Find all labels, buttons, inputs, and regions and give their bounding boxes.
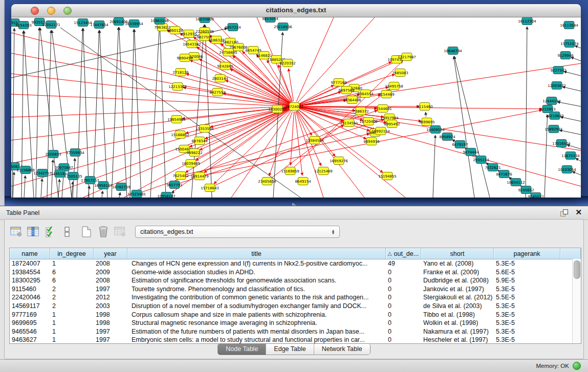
graph-node[interactable]: 16039489 (182, 160, 200, 167)
graph-node[interactable]: 17359934 (66, 149, 84, 157)
dropdown-arrows-icon: ▲▼ (329, 229, 339, 234)
table-cell: Investigating the contribution of common… (127, 293, 386, 302)
graph-node[interactable]: 12125469 (314, 167, 333, 175)
table-row[interactable]: 1872400712008Changes of HCN gene express… (10, 259, 581, 268)
graph-node[interactable]: 15194855 (378, 172, 397, 180)
graph-node[interactable]: 9777169 (331, 79, 346, 86)
graph-node[interactable]: 8471676 (496, 170, 512, 178)
graph-node[interactable]: 19854985 (167, 116, 186, 123)
table-row[interactable]: 977716911998Corpus callosum shape and si… (10, 311, 581, 319)
graph-node[interactable]: 8813054 (262, 17, 278, 23)
graph-node[interactable]: 15169859 (281, 167, 299, 175)
vertical-scrollbar[interactable] (572, 259, 581, 343)
svg-text:12444194: 12444194 (542, 99, 561, 103)
graph-node[interactable]: 17447654 (90, 21, 108, 29)
window-title-bar[interactable]: citations_edges.txt (11, 4, 581, 17)
float-panel-icon[interactable] (560, 209, 568, 216)
tab-node-table[interactable]: Node Table (218, 344, 266, 355)
graph-node[interactable]: 7485083 (392, 69, 408, 77)
table-row[interactable]: 911546021997Tourette syndrome. Phenomeno… (10, 285, 581, 294)
graph-node[interactable]: 9699695 (419, 118, 434, 126)
graph-node[interactable]: 18300295 (268, 105, 287, 113)
table-cell: 9115460 (10, 285, 50, 294)
graph-node[interactable]: 9154469 (378, 91, 394, 98)
graph-node[interactable]: 8958924 (439, 133, 455, 141)
column-header-in_degree[interactable]: in_degree (50, 248, 94, 259)
network-canvas[interactable]: 1872400718300295796382288601288912935222… (11, 17, 581, 198)
table-selector-dropdown[interactable]: citations_edges.txt ▲▼ (135, 226, 340, 238)
graph-node[interactable]: 11675334 (561, 152, 580, 160)
column-header-title[interactable]: title (127, 248, 386, 259)
import-table-icon[interactable] (114, 225, 127, 238)
tab-network-table[interactable]: Network Table (314, 344, 370, 355)
table-cell: 5.6E-5 (494, 268, 560, 277)
graph-node[interactable]: 15123454 (74, 19, 92, 27)
graph-node[interactable]: 9242845 (217, 62, 233, 70)
table-cell: 0 (386, 327, 421, 336)
graph-node[interactable]: 15892971 (545, 125, 563, 133)
graph-node[interactable]: 16648794 (444, 47, 462, 55)
column-header-out_degree[interactable]: △out_de... (386, 248, 421, 259)
tab-edge-table[interactable]: Edge Table (266, 344, 313, 355)
table-cell: 2012 (94, 293, 127, 302)
delete-icon[interactable] (97, 225, 110, 238)
graph-node[interactable]: 16112304 (518, 17, 536, 25)
graph-node[interactable]: 12213363 (168, 83, 187, 91)
attribute-table-settings-icon[interactable] (10, 225, 23, 238)
graph-node[interactable]: 7625402 (172, 172, 188, 180)
column-header-name[interactable]: name (10, 248, 50, 259)
graph-node[interactable]: 7632621 (485, 164, 500, 171)
graph-node[interactable]: 12444194 (542, 97, 561, 105)
svg-text:9474444: 9474444 (463, 150, 479, 155)
graph-node[interactable]: 15495758 (385, 82, 403, 90)
graph-node[interactable]: 11544691 (374, 105, 392, 113)
svg-text:15718643: 15718643 (201, 186, 219, 190)
show-columns-icon[interactable] (27, 225, 40, 238)
table-cell: 0 (386, 276, 421, 285)
new-column-icon[interactable] (80, 225, 93, 238)
graph-node[interactable]: 8427552 (209, 89, 225, 96)
graph-node[interactable]: 8912935 (181, 30, 197, 38)
graph-node[interactable]: 9474444 (463, 148, 479, 156)
graph-node[interactable]: 9129946 (557, 52, 574, 59)
graph-node[interactable]: 16959276 (330, 157, 348, 165)
select-columns-icon[interactable] (43, 225, 57, 238)
graph-node[interactable]: 12093872 (548, 82, 566, 90)
table-row[interactable]: 1830029562008Estimation of significance … (10, 276, 581, 285)
graph-node[interactable]: 16409554 (426, 126, 445, 134)
graph-node[interactable]: 16958107 (94, 182, 113, 189)
table-row[interactable]: 946554611997Estimation of the future num… (10, 327, 581, 336)
graph-node[interactable]: 8878344 (191, 137, 208, 145)
close-panel-icon[interactable]: ✕ (575, 208, 582, 217)
column-header-short[interactable]: short (421, 248, 494, 259)
graph-node[interactable]: 17016504 (552, 140, 571, 147)
graph-node[interactable]: 17957253 (81, 177, 99, 184)
graph-node[interactable]: 15166852 (171, 131, 189, 139)
network-view[interactable]: 1872400718300295796382288601288912935222… (11, 17, 581, 198)
graph-node[interactable]: 2803144 (212, 75, 228, 82)
column-header-pagerank[interactable]: pagerank (494, 248, 560, 259)
graph-node[interactable]: 16782759 (112, 183, 130, 191)
row-height-icon[interactable] (60, 225, 74, 238)
graph-node[interactable]: 8649154 (295, 178, 311, 185)
graph-node[interactable]: 16113044 (560, 21, 578, 29)
column-header-year[interactable]: year (94, 248, 127, 259)
graph-node[interactable]: 15718643 (201, 184, 219, 192)
graph-node[interactable]: 8857224 (225, 24, 241, 31)
table-row[interactable]: 1456911722003Disruption of a novel membe… (10, 302, 581, 311)
table-row[interactable]: 946362711997Embryonic stem cells: a mode… (10, 336, 581, 343)
graph-node[interactable]: 9657791 (166, 181, 182, 189)
svg-text:8995492: 8995492 (384, 122, 400, 126)
table-row[interactable]: 2242004622012Investigating the contribut… (10, 293, 581, 302)
table-row[interactable]: 1938455462009Genome-wide association stu… (10, 268, 581, 277)
graph-node[interactable]: 10654112 (507, 179, 525, 186)
graph-node[interactable]: 9115460 (417, 103, 432, 111)
graph-node[interactable]: 6479197 (452, 141, 468, 148)
scrollbar-thumb[interactable] (574, 260, 580, 279)
table-row[interactable]: 969969511998Structural magnetic resonanc… (10, 319, 581, 327)
graph-node[interactable]: 2020653 (45, 150, 61, 158)
table-cell: 22420046 (10, 293, 50, 302)
graph-node[interactable]: 2718126 (172, 69, 189, 76)
graph-node[interactable]: 29218506 (274, 23, 292, 31)
graph-node[interactable]: 16033809 (195, 17, 214, 23)
